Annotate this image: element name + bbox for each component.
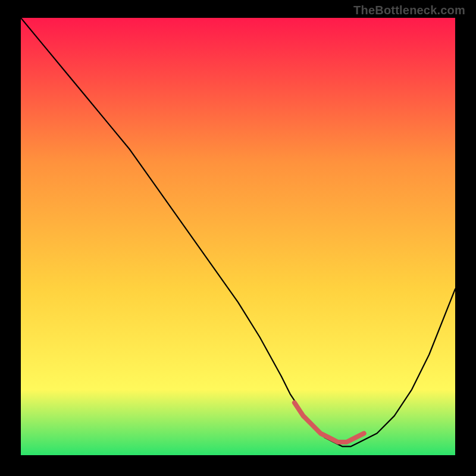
- watermark-text: TheBottleneck.com: [353, 4, 465, 17]
- gradient-background: [21, 18, 455, 455]
- bottleneck-plot: [21, 18, 455, 455]
- chart-frame: TheBottleneck.com: [0, 0, 476, 476]
- chart-svg: [21, 18, 455, 455]
